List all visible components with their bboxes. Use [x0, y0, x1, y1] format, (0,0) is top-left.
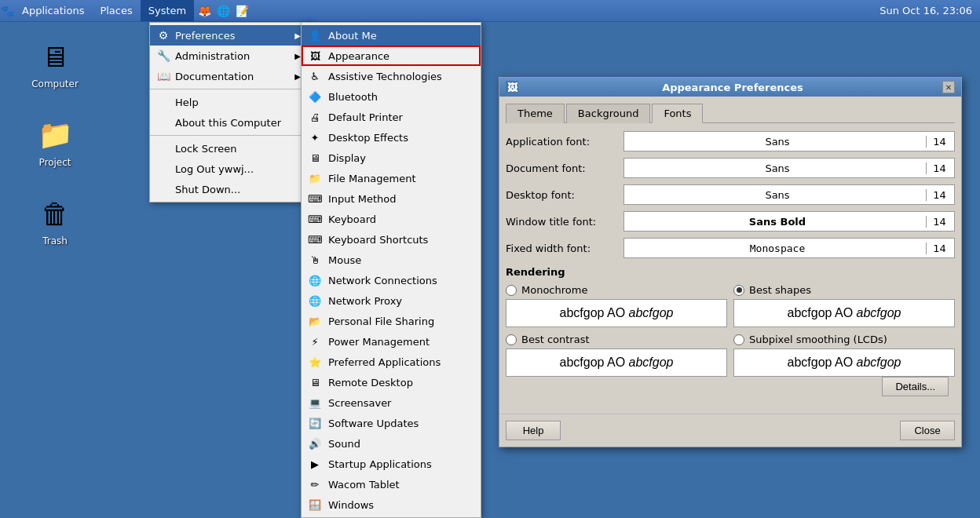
rendering-options: Monochrome abcfgop AO abcfgop Best shape… [506, 284, 955, 377]
rendering-radio-bestcontrast[interactable] [506, 334, 517, 345]
pref-item-startupapps[interactable]: ▶ Startup Applications [302, 454, 481, 474]
pref-item-preferredapps[interactable]: ⭐ Preferred Applications [302, 352, 481, 372]
tab-fonts[interactable]: Fonts [652, 104, 703, 123]
pref-item-keyboardshortcuts[interactable]: ⌨ Keyboard Shortcuts [302, 229, 481, 250]
rendering-radio-row-subpixel: Subpixel smoothing (LCDs) [733, 334, 955, 345]
tab-bar: Theme Background Fonts [506, 103, 955, 123]
rendering-option-subpixel: Subpixel smoothing (LCDs) abcfgop AO abc… [733, 334, 955, 377]
pref-item-defaultprinter[interactable]: 🖨 Default Printer [302, 107, 481, 127]
desktop-icon-project[interactable]: 📁 Project [24, 116, 86, 168]
pref-item-appearance[interactable]: 🖼 Appearance [302, 46, 481, 66]
font-row-application: Application font: Sans 14 [506, 131, 955, 151]
taskbar-places[interactable]: Places [92, 0, 140, 21]
pref-item-aboutme[interactable]: 👤 About Me [302, 25, 481, 46]
menu-item-logout[interactable]: Log Out ywwj... [150, 159, 313, 179]
window-title: Appearance Preferences [523, 82, 942, 93]
rendering-sample-monochrome: abcfgop AO abcfgop [506, 299, 727, 327]
rendering-option-monochrome: Monochrome abcfgop AO abcfgop [506, 284, 727, 327]
firefox-icon[interactable]: 🦊 [197, 4, 211, 18]
gnome-foot-icon[interactable]: 🐾 [0, 4, 14, 18]
pref-item-keyboard[interactable]: ⌨ Keyboard [302, 209, 481, 229]
rendering-sample-bestcontrast: abcfgop AO abcfgop [506, 348, 727, 377]
clock: Sun Oct 16, 23:06 [879, 5, 980, 16]
pref-item-remotedesktop[interactable]: 🖥 Remote Desktop [302, 372, 481, 392]
pref-item-bluetooth[interactable]: 🔷 Bluetooth [302, 86, 481, 107]
pref-item-mouse[interactable]: 🖱 Mouse [302, 250, 481, 270]
computer-icon: 🖥 [36, 38, 74, 75]
taskbar-applications[interactable]: Applications [14, 0, 92, 21]
help-icon [156, 95, 170, 109]
wacom-icon: ✏ [308, 477, 322, 491]
pref-item-filemanagement[interactable]: 📁 File Management [302, 168, 481, 188]
rendering-label-bestcontrast: Best contrast [521, 334, 590, 345]
admin-icon: 🔧 [156, 49, 170, 63]
rendering-section: Rendering Monochrome abcfgop AO abcfgop [506, 266, 955, 377]
screensaver-icon: 💻 [308, 396, 322, 410]
menu-item-preferences[interactable]: ⚙ Preferences ▶ [150, 25, 313, 46]
pref-item-display[interactable]: 🖥 Display [302, 148, 481, 168]
pref-item-softwareupdates[interactable]: 🔄 Software Updates [302, 413, 481, 433]
printer-icon: 🖨 [308, 110, 322, 124]
window-close-button[interactable]: ✕ [942, 81, 955, 93]
updates-icon: 🔄 [308, 416, 322, 430]
fixedwidth-font-size: 14 [926, 243, 949, 254]
document-font-button[interactable]: Sans 14 [623, 158, 955, 178]
pref-item-networkconnections[interactable]: 🌐 Network Connections [302, 270, 481, 290]
editor-icon[interactable]: 📝 [235, 4, 249, 18]
pref-item-inputmethod[interactable]: ⌨ Input Method [302, 188, 481, 209]
font-row-windowtitle: Window title font: Sans Bold 14 [506, 211, 955, 232]
pref-item-networkproxy[interactable]: 🌐 Network Proxy [302, 290, 481, 311]
application-font-size: 14 [926, 136, 949, 148]
pref-item-sound[interactable]: 🔊 Sound [302, 433, 481, 454]
separator-2 [150, 135, 313, 136]
assistive-icon: ♿ [308, 69, 322, 83]
taskbar-quick-launch: 🦊 🌐 📝 [197, 4, 249, 18]
appearance-preferences-window: 🖼 Appearance Preferences ✕ Theme Backgro… [499, 77, 962, 447]
rendering-sample-subpixel: abcfgop AO abcfgop [733, 348, 955, 377]
windowtitle-font-button[interactable]: Sans Bold 14 [623, 211, 955, 232]
desktop-icon-computer[interactable]: 🖥 Computer [24, 38, 86, 89]
preferences-icon: ⚙ [156, 28, 170, 42]
pref-item-personalfilesharing[interactable]: 📂 Personal File Sharing [302, 311, 481, 331]
application-font-name: Sans [629, 136, 926, 148]
rendering-radio-monochrome[interactable] [506, 285, 517, 296]
desktop-font-size: 14 [926, 189, 949, 201]
application-font-button[interactable]: Sans 14 [623, 131, 955, 151]
pref-item-powermanagement[interactable]: ⚡ Power Management [302, 331, 481, 352]
taskbar-system[interactable]: System [141, 0, 194, 21]
desktop-font-button[interactable]: Sans 14 [623, 184, 955, 205]
desktop-icon-trash[interactable]: 🗑 Trash [24, 195, 86, 246]
tab-theme[interactable]: Theme [506, 104, 565, 123]
help-button[interactable]: Help [506, 421, 561, 440]
menu-item-administration[interactable]: 🔧 Administration ▶ [150, 46, 313, 66]
menu-item-help[interactable]: Help [150, 92, 313, 112]
browser-icon[interactable]: 🌐 [216, 4, 230, 18]
menu-item-shutdown[interactable]: Shut Down... [150, 179, 313, 199]
rendering-radio-bestshapes[interactable] [733, 285, 744, 296]
computer-about-icon [156, 115, 170, 130]
sound-icon: 🔊 [308, 436, 322, 451]
preferred-icon: ⭐ [308, 355, 322, 369]
font-row-document: Document font: Sans 14 [506, 158, 955, 178]
rendering-radio-subpixel[interactable] [733, 334, 744, 345]
pref-item-assistive[interactable]: ♿ Assistive Technologies [302, 66, 481, 86]
preferences-menu: 👤 About Me 🖼 Appearance ♿ Assistive Tech… [301, 22, 481, 518]
pref-item-desktopeffects[interactable]: ✦ Desktop Effects [302, 127, 481, 148]
docs-icon: 📖 [156, 69, 170, 83]
window-app-icon: 🖼 [506, 81, 518, 93]
menu-item-about-computer[interactable]: About this Computer [150, 112, 313, 133]
menu-item-lock[interactable]: Lock Screen [150, 138, 313, 159]
tab-background[interactable]: Background [566, 104, 651, 123]
details-button[interactable]: Details... [882, 377, 949, 396]
pref-item-screensaver[interactable]: 💻 Screensaver [302, 392, 481, 413]
pref-item-windows[interactable]: 🪟 Windows [302, 494, 481, 515]
windows-icon: 🪟 [308, 498, 322, 512]
rendering-sample-bestshapes: abcfgop AO abcfgop [733, 299, 955, 327]
menu-item-documentation[interactable]: 📖 Documentation ▶ [150, 66, 313, 86]
keyboard-icon: ⌨ [308, 212, 322, 226]
fixedwidth-font-button[interactable]: Monospace 14 [623, 238, 955, 258]
taskbar: 🐾 Applications Places System 🦊 🌐 📝 Sun O… [0, 0, 980, 22]
pref-item-wacomtablet[interactable]: ✏ Wacom Tablet [302, 474, 481, 494]
desktop-font-name: Sans [629, 189, 926, 201]
close-button[interactable]: Close [900, 421, 955, 440]
